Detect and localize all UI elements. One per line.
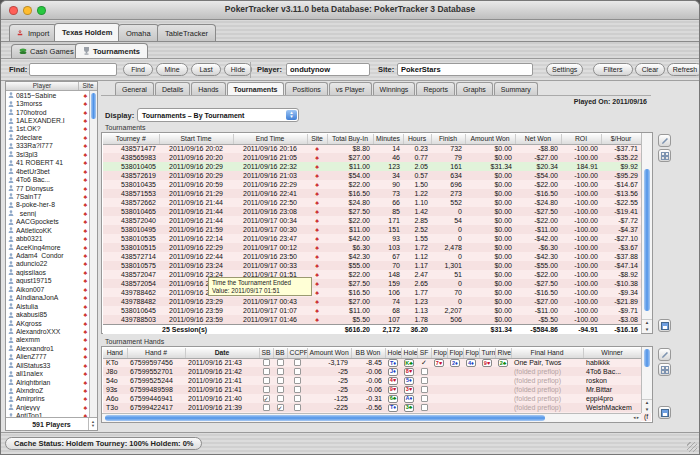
player-row[interactable]: AIndianaJonA♠ bbox=[6, 294, 89, 302]
checkbox[interactable] bbox=[263, 359, 270, 366]
player-row[interactable]: Amirprins♠ bbox=[6, 395, 89, 403]
tournament-row[interactable]: 5380104952011/09/16 21:592011/09/17 00:3… bbox=[103, 225, 641, 234]
hand-row[interactable]: KTo675995974562011/09/16 21:43 -3,179-8.… bbox=[103, 358, 651, 367]
column-header[interactable]: Site bbox=[307, 134, 327, 144]
column-header[interactable]: Net Won bbox=[515, 134, 561, 144]
hand-row[interactable]: A6o675994469412011/09/16 21:40 ✓ -125-0.… bbox=[103, 394, 651, 403]
find-button[interactable]: Find bbox=[123, 63, 153, 76]
report-tab-details[interactable]: Details bbox=[155, 82, 190, 95]
checkbox[interactable] bbox=[294, 368, 301, 375]
column-header[interactable]: $/Hour bbox=[601, 134, 641, 144]
report-tab-winnings[interactable]: Winnings bbox=[373, 82, 416, 95]
checkbox[interactable] bbox=[277, 368, 284, 375]
player-row[interactable]: AlienZ777♠ bbox=[6, 353, 89, 361]
player-row[interactable]: 4To6 Bac...♠ bbox=[6, 175, 89, 183]
column-header[interactable]: End Time bbox=[233, 134, 307, 144]
tab-tournaments[interactable]: Tournaments bbox=[75, 43, 148, 58]
report-tab-hands[interactable]: Hands bbox=[191, 82, 225, 95]
player-row[interactable]: agust19715♠ bbox=[6, 277, 89, 285]
tournament-row[interactable]: 4385715532011/09/16 21:292011/09/16 22:4… bbox=[103, 189, 641, 198]
player-row[interactable]: all1nalex♠ bbox=[6, 369, 89, 377]
table-header-row[interactable]: HandHand #DateSBBBCCPFAmount WonBB WonHo… bbox=[103, 348, 651, 358]
column-header[interactable]: River bbox=[495, 348, 511, 358]
player-row[interactable]: aduncio22♠ bbox=[6, 260, 89, 268]
scrollbar-thumb[interactable] bbox=[91, 93, 96, 119]
mine-button[interactable]: Mine bbox=[156, 63, 188, 76]
player-row[interactable]: agissilaos♠ bbox=[6, 268, 89, 276]
tab-cash-games[interactable]: Cash Games bbox=[11, 44, 82, 58]
column-header[interactable]: Hours bbox=[403, 134, 431, 144]
checkbox[interactable]: ✓ bbox=[263, 395, 270, 402]
hands-export-button[interactable] bbox=[658, 406, 671, 419]
scrollbar-thumb[interactable] bbox=[644, 349, 650, 367]
hand-row[interactable]: 54o675995252442011/09/16 21:41 -25-0.06 … bbox=[103, 376, 651, 385]
column-header[interactable]: Hole bbox=[385, 348, 401, 358]
checkbox[interactable] bbox=[294, 377, 301, 384]
player-row[interactable]: 333Ra?l777♠ bbox=[6, 142, 89, 150]
checkbox[interactable] bbox=[421, 377, 428, 384]
column-header[interactable]: Flop bbox=[463, 348, 479, 358]
player-row[interactable]: 41 ROBERT 41♠ bbox=[6, 159, 89, 167]
hide-button[interactable]: Hide bbox=[224, 63, 252, 76]
player-row[interactable]: AllStatus33♠ bbox=[6, 361, 89, 369]
tournament-row[interactable]: 5380105152011/09/16 22:292011/09/17 00:1… bbox=[103, 243, 641, 252]
column-header[interactable]: BB bbox=[273, 348, 287, 358]
player-row[interactable]: 1ALEXANDER.I♠ bbox=[6, 116, 89, 124]
checkbox[interactable] bbox=[294, 395, 301, 402]
tournament-row[interactable]: 5380104652011/09/16 21:442011/09/16 23:0… bbox=[103, 207, 641, 216]
checkbox[interactable] bbox=[263, 386, 270, 393]
player-row[interactable]: 170hotrod♠ bbox=[6, 108, 89, 116]
player-row[interactable]: 2declare♠ bbox=[6, 133, 89, 141]
spinner-arrows-icon[interactable]: ▲▼ bbox=[88, 418, 97, 430]
player-row[interactable]: _sennj_♠ bbox=[6, 209, 89, 217]
column-header[interactable]: Tourney # bbox=[103, 134, 159, 144]
column-header[interactable]: ROI bbox=[561, 134, 601, 144]
tab-import[interactable]: Import bbox=[9, 24, 57, 41]
tournament-row[interactable]: 5380106452011/09/16 23:592011/09/17 01:0… bbox=[103, 306, 641, 315]
player-row[interactable]: AceKing4more♠ bbox=[6, 243, 89, 251]
tournament-row[interactable]: 4385714772011/09/16 20:022011/09/16 20:1… bbox=[103, 144, 641, 153]
hands-vscrollbar[interactable]: ▲▼ bbox=[641, 347, 652, 413]
refresh-button[interactable]: Refresh bbox=[667, 63, 700, 76]
site-column-header[interactable]: Site bbox=[79, 82, 97, 90]
tournament-row[interactable]: 4397884622011/09/16 23:26 ♠ $16.501061.7… bbox=[103, 288, 641, 297]
column-header[interactable]: Total Buy-In bbox=[327, 134, 373, 144]
player-row[interactable]: AlexandroXXX♠ bbox=[6, 327, 89, 335]
player-row[interactable]: 4betUr3bet♠ bbox=[6, 167, 89, 175]
column-header[interactable]: Date bbox=[185, 348, 259, 358]
checkbox[interactable] bbox=[277, 359, 284, 366]
player-list-scrollbar[interactable] bbox=[89, 91, 97, 417]
title-bar[interactable]: PokerTracker v3.11.0 beta Database: Poke… bbox=[1, 1, 699, 20]
report-tab-graphs[interactable]: Graphs bbox=[456, 82, 493, 95]
column-header[interactable]: Winner bbox=[583, 348, 641, 358]
player-row[interactable]: 0815~Sabine♠ bbox=[6, 91, 89, 99]
player-row[interactable]: 7SainT7♠ bbox=[6, 192, 89, 200]
report-edit-button[interactable] bbox=[658, 134, 671, 147]
tournament-row[interactable]: 4385720542011/09/16 23:242011/09/17 02:0… bbox=[103, 279, 641, 288]
player-list-header[interactable]: Player Site bbox=[6, 82, 97, 91]
player-row[interactable]: Anjeyyy♠ bbox=[6, 403, 89, 411]
clear-button[interactable]: Clear bbox=[635, 63, 665, 76]
column-header[interactable]: Hand bbox=[103, 348, 127, 358]
tournament-row[interactable]: 5380104352011/09/16 20:592011/09/16 22:2… bbox=[103, 180, 641, 189]
table-header-row[interactable]: Tourney #Start TimeEnd TimeSiteTotal Buy… bbox=[103, 134, 641, 144]
checkbox[interactable] bbox=[263, 368, 270, 375]
column-header[interactable]: SB bbox=[259, 348, 273, 358]
column-header[interactable]: Hand # bbox=[127, 348, 185, 358]
resize-grip[interactable] bbox=[687, 442, 697, 452]
scrollbar-arrows-icon[interactable]: ▲▼ bbox=[642, 319, 652, 333]
scrollbar-thumb[interactable] bbox=[644, 169, 650, 311]
tournaments-vscrollbar[interactable]: ▲▼ bbox=[641, 133, 652, 333]
last-button[interactable]: Last bbox=[191, 63, 221, 76]
report-layout-button[interactable] bbox=[658, 149, 671, 162]
checkbox[interactable] bbox=[421, 386, 428, 393]
report-tab-reports[interactable]: Reports bbox=[416, 82, 455, 95]
player-row[interactable]: akabusi85♠ bbox=[6, 310, 89, 318]
scrollbar-arrows-icon[interactable]: ◂ ▸ bbox=[633, 415, 639, 420]
checkbox[interactable] bbox=[421, 368, 428, 375]
column-header[interactable]: Start Time bbox=[159, 134, 233, 144]
hand-row[interactable]: J8o675995527012011/09/16 21:42 -25-0.06 … bbox=[103, 367, 651, 376]
player-row[interactable]: 3sl3pl3♠ bbox=[6, 150, 89, 158]
column-header[interactable]: SF bbox=[417, 348, 431, 358]
find-input[interactable] bbox=[29, 63, 117, 76]
